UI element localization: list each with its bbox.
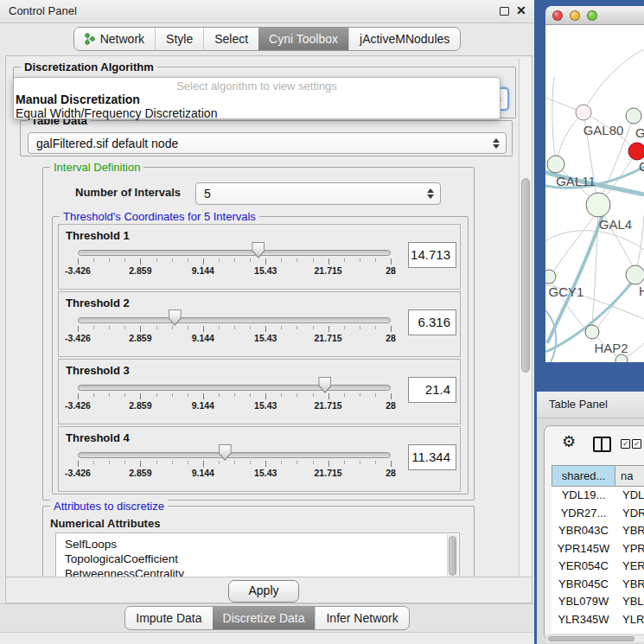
network-edge[interactable] (552, 215, 595, 273)
threshold-slider-thumb[interactable] (169, 309, 182, 326)
list-scrollbar[interactable] (447, 534, 458, 577)
table-row[interactable]: YBR043CYBR0 (552, 522, 644, 540)
numerical-attributes-list[interactable]: SelfLoopsTopologicalCoefficientBetweenne… (55, 532, 460, 577)
threshold-slider-thumb[interactable] (252, 242, 265, 258)
table-row[interactable]: YPR145WYPR1 (552, 540, 644, 558)
network-edge[interactable] (583, 49, 644, 112)
network-node-hap2[interactable] (585, 325, 599, 339)
panel-scrollbar[interactable] (519, 58, 532, 577)
bottom-tab-group: Impute DataDiscretize DataInfer Network (124, 606, 409, 630)
table-horizontal-scrollbar[interactable] (546, 634, 644, 642)
tick-mark (140, 393, 141, 399)
threshold-slider-track[interactable] (78, 452, 391, 458)
threshold-value-input[interactable]: 11.344 (408, 444, 456, 470)
tick-label: 15.43 (254, 265, 277, 276)
threshold-slider-track[interactable] (78, 250, 391, 256)
minimize-light-icon[interactable] (570, 10, 580, 21)
network-node-c[interactable] (628, 143, 644, 160)
tab-discretize-data[interactable]: Discretize Data (213, 607, 316, 629)
threshold-value-input[interactable]: 14.713 (408, 242, 456, 268)
network-edge[interactable] (552, 77, 556, 164)
tick-mark (360, 461, 360, 464)
tick-mark (219, 326, 220, 329)
network-node-gcy1[interactable] (545, 270, 556, 284)
tick-mark (78, 258, 79, 265)
column-header-shared[interactable]: shared... (552, 465, 615, 487)
threshold-value-input[interactable]: 21.4 (408, 377, 456, 403)
algorithm-option-equal-width[interactable]: Equal Width/Frequency Discretization (14, 106, 500, 120)
close-icon[interactable]: ✕ (516, 3, 526, 17)
threshold-slider-thumb[interactable] (318, 377, 331, 393)
tick-mark (265, 393, 266, 399)
tick-mark (172, 326, 173, 329)
table-data-combo[interactable]: galFiltered.sif default node (28, 132, 507, 154)
table-row[interactable]: YBL079WYBL0 (552, 593, 644, 611)
tick-mark (219, 393, 220, 397)
group-title: Interval Definition (50, 161, 143, 174)
tab-network[interactable]: Network (74, 28, 155, 50)
threshold-slider-thumb[interactable] (219, 444, 232, 461)
threshold-slider-track[interactable] (78, 385, 391, 391)
tab-infer-network[interactable]: Infer Network (315, 607, 408, 629)
tab-cyni-toolbox[interactable]: Cyni Toolbox (258, 28, 348, 50)
tick-mark (328, 393, 329, 399)
tick-label: -3.426 (65, 468, 91, 478)
tick-mark (360, 326, 360, 329)
tick-mark (109, 393, 110, 397)
tab-label: Discretize Data (223, 611, 305, 625)
tick-mark (296, 393, 297, 397)
algorithm-option-manual[interactable]: Manual Discretization (14, 92, 500, 106)
table-row[interactable]: YLR345WYLR3 (552, 611, 644, 629)
attribute-item[interactable]: TopologicalCoefficient (56, 552, 459, 566)
table-row[interactable]: YIL053CYIL0 (552, 628, 644, 633)
tick-mark (140, 326, 141, 332)
table-row[interactable]: YDR27...YDR2 (552, 505, 644, 523)
network-node-gal80[interactable] (576, 105, 591, 120)
network-node-ga[interactable] (626, 108, 641, 124)
columns-icon[interactable] (593, 437, 611, 452)
scrollbar-thumb[interactable] (449, 536, 456, 576)
tick-mark (124, 326, 125, 329)
network-node-h[interactable] (626, 265, 644, 284)
network-node-gal11[interactable] (547, 156, 564, 173)
table-row[interactable]: YDL19...YDL1 (552, 487, 644, 505)
table-cell: YLR3 (615, 611, 644, 629)
threshold-panel-1: Threshold 1-3.4262.8599.14415.4321.71528… (58, 224, 461, 290)
gear-icon[interactable]: ⚙ (562, 433, 576, 450)
network-node[interactable] (615, 354, 628, 362)
num-intervals-combo[interactable]: 5 (195, 182, 441, 205)
threshold-slider-track[interactable] (78, 317, 391, 323)
tab-select[interactable]: Select (203, 28, 258, 50)
network-edge[interactable] (592, 205, 598, 325)
group-title: Threshold's Coordinates for 5 Intervals (60, 210, 259, 223)
tab-style[interactable]: Style (155, 28, 203, 50)
attribute-item[interactable]: SelfLoops (56, 533, 459, 552)
tab-jactivemnodules[interactable]: jActiveMNodules (348, 28, 460, 50)
table-panel-card: ⚙ ✓ ✓ shared... na YDL19...YDL1YDR27...Y… (544, 425, 644, 641)
scrollbar-thumb[interactable] (548, 636, 634, 641)
column-header-name[interactable]: na (615, 465, 644, 487)
apply-button[interactable]: Apply (228, 580, 299, 603)
tick-mark (281, 461, 282, 464)
network-node-gal4[interactable] (586, 193, 610, 217)
scrollbar-thumb[interactable] (521, 178, 530, 373)
network-canvas[interactable]: GAL80GACGAL11GAL4GCY1HHAP2 (545, 25, 644, 362)
panel-title: Control Panel (9, 0, 77, 22)
tick-mark (109, 461, 110, 464)
table-row[interactable]: YBR045CYBR0 (552, 576, 644, 594)
threshold-value-input[interactable]: 6.316 (408, 309, 456, 335)
node-label: GCY1 (549, 284, 584, 299)
table-row[interactable]: YER054CYER0 (552, 558, 644, 576)
checkboxes-icon[interactable]: ✓ ✓ (621, 439, 641, 449)
tick-mark (219, 258, 220, 262)
tick-mark (281, 258, 282, 262)
attribute-item[interactable]: BetweennessCentrality (56, 566, 459, 577)
tick-mark (296, 258, 297, 262)
tick-mark (375, 258, 376, 262)
close-light-icon[interactable] (552, 10, 563, 21)
float-window-icon[interactable] (500, 7, 509, 16)
tab-impute-data[interactable]: Impute Data (125, 607, 212, 629)
tick-mark (344, 461, 345, 464)
tick-mark (140, 258, 141, 265)
zoom-light-icon[interactable] (587, 10, 597, 21)
